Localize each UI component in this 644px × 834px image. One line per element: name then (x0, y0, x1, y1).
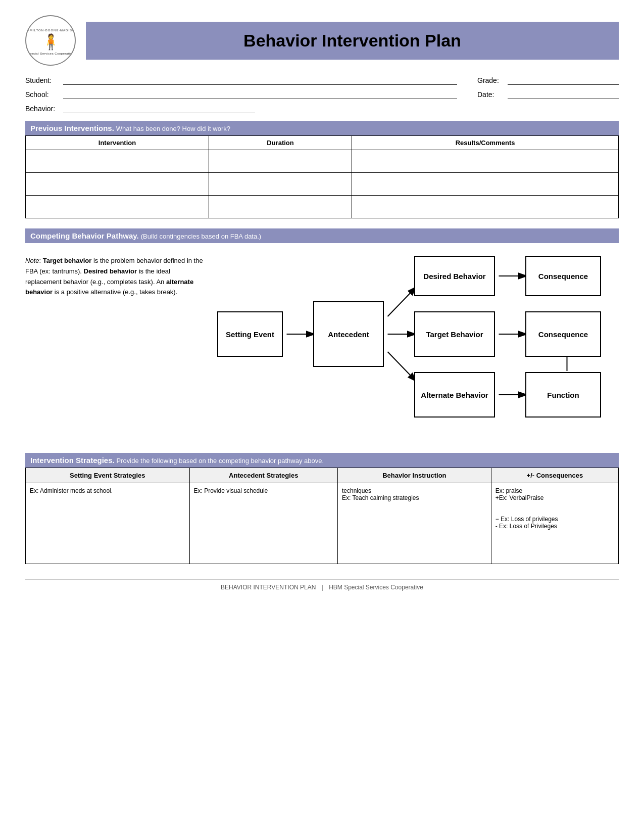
col-intervention: Intervention (26, 136, 209, 150)
competing-header: Competing Behavior Pathway. (Build conti… (25, 228, 619, 243)
school-input[interactable] (63, 90, 457, 99)
form-fields: Student: Grade: School: Date: Behavior: (25, 76, 619, 113)
cell[interactable] (26, 173, 209, 196)
box-consequence-top: Consequence (525, 256, 601, 296)
function-label: Function (547, 391, 579, 399)
competing-note: Note: Target behavior is the problem beh… (25, 251, 217, 298)
box-desired-behavior: Desired Behavior (414, 256, 495, 296)
grade-input[interactable] (508, 76, 619, 85)
behavior-label: Behavior: (25, 105, 63, 113)
table-row (26, 150, 619, 173)
consequence-mid-label: Consequence (538, 330, 588, 339)
col-consequences: +/- Consequences (491, 468, 618, 483)
alternate-behavior-label: Alternate Behavior (421, 391, 488, 399)
cell-text-line1: Ex: praise (496, 487, 522, 494)
cell[interactable] (26, 150, 209, 173)
col-antecedent-strategies: Antecedent Strategies (189, 468, 337, 483)
box-alternate-behavior: Alternate Behavior (414, 372, 495, 418)
cell-text: Ex: Provide visual schedule (194, 487, 268, 494)
footer-separator: | (322, 584, 323, 591)
consequences-cell[interactable]: Ex: praise +Ex: VerbalPraise − Ex: Loss … (491, 483, 618, 564)
student-input[interactable] (63, 76, 457, 85)
school-row: School: Date: (25, 90, 619, 99)
logo-arc-top: · HAMILTON·BOONE·MADISO· (25, 25, 76, 32)
competing-title: Competing Behavior Pathway. (30, 231, 139, 240)
target-behavior-label: Target Behavior (426, 330, 483, 339)
page-header: · HAMILTON·BOONE·MADISO· 🧍 Special Servi… (25, 15, 619, 66)
page-title: Behavior Intervention Plan (243, 31, 461, 50)
box-setting-event: Setting Event (217, 311, 283, 357)
competing-section: Competing Behavior Pathway. (Build conti… (25, 228, 619, 443)
strategies-table: Setting Event Strategies Antecedent Stra… (25, 468, 619, 564)
prev-interventions-subtitle: What has been done? How did it work? (116, 125, 230, 132)
box-function: Function (525, 372, 601, 418)
svg-line-4 (388, 352, 417, 382)
logo: · HAMILTON·BOONE·MADISO· 🧍 Special Servi… (25, 15, 76, 66)
col-setting-event-strategies: Setting Event Strategies (26, 468, 190, 483)
behavior-row: Behavior: (25, 104, 619, 113)
footer-left: BEHAVIOR INTERVENTION PLAN (221, 584, 316, 591)
table-row (26, 196, 619, 218)
prev-interventions-header: Previous Interventions. What has been do… (25, 121, 619, 135)
antecedent-strategies-cell[interactable]: Ex: Provide visual schedule (189, 483, 337, 564)
prev-interventions-title: Previous Interventions. (30, 124, 114, 132)
strategies-subtitle: Provide the following based on the compe… (117, 457, 324, 465)
logo-figure: 🧍 (25, 33, 76, 51)
strategies-header: Intervention Strategies. Provide the fol… (25, 453, 619, 468)
competing-content: Note: Target behavior is the problem beh… (25, 251, 619, 443)
box-antecedent: Antecedent (313, 301, 384, 367)
competing-subtitle: (Build contingencies based on FBA data.) (141, 233, 261, 240)
previous-interventions-section: Previous Interventions. What has been do… (25, 121, 619, 218)
cell[interactable] (352, 150, 619, 173)
cell-text-line1: techniques (342, 487, 371, 494)
setting-event-label: Setting Event (226, 330, 274, 339)
svg-line-2 (388, 286, 417, 316)
cell-text-line3: − Ex: Loss of privileges (496, 516, 558, 523)
cell-text-line2: Ex: Teach calming strategies (342, 494, 419, 501)
col-results: Results/Comments (352, 136, 619, 150)
date-input[interactable] (508, 90, 619, 99)
box-target-behavior: Target Behavior (414, 311, 495, 357)
table-row (26, 173, 619, 196)
date-label: Date: (477, 90, 505, 99)
competing-note-text: Note: Target behavior is the problem beh… (25, 257, 203, 296)
logo-arc-bottom: Special Services Cooperative (25, 52, 76, 56)
cell[interactable] (352, 196, 619, 218)
col-behavior-instruction: Behavior Instruction (337, 468, 491, 483)
cell[interactable] (209, 196, 352, 218)
behavior-input[interactable] (63, 104, 255, 113)
behavior-instruction-cell[interactable]: techniques Ex: Teach calming strategies (337, 483, 491, 564)
cell-text-line4: - Ex: Loss of Privileges (496, 523, 557, 530)
antecedent-label: Antecedent (328, 330, 369, 339)
page-footer: BEHAVIOR INTERVENTION PLAN | HBM Special… (25, 579, 619, 591)
student-label: Student: (25, 76, 63, 84)
cell[interactable] (209, 150, 352, 173)
pathway-diagram: Desired Behavior Consequence Setting Eve… (217, 251, 619, 443)
setting-event-strategies-cell[interactable]: Ex: Administer meds at school. (26, 483, 190, 564)
box-consequence-mid: Consequence (525, 311, 601, 357)
student-row: Student: Grade: (25, 76, 619, 85)
cell[interactable] (352, 173, 619, 196)
cell-text-line2: +Ex: VerbalPraise (496, 494, 544, 501)
strategies-row: Ex: Administer meds at school. Ex: Provi… (26, 483, 619, 564)
desired-behavior-label: Desired Behavior (423, 272, 485, 281)
grade-label: Grade: (477, 76, 505, 84)
school-label: School: (25, 90, 63, 99)
consequence-top-label: Consequence (538, 272, 588, 281)
interventions-table: Intervention Duration Results/Comments (25, 135, 619, 218)
title-box: Behavior Intervention Plan (86, 22, 619, 60)
cell-text: Ex: Administer meds at school. (30, 487, 113, 494)
footer-right: HBM Special Services Cooperative (329, 584, 423, 591)
strategies-section: Intervention Strategies. Provide the fol… (25, 453, 619, 564)
cell[interactable] (26, 196, 209, 218)
cell[interactable] (209, 173, 352, 196)
strategies-title: Intervention Strategies. (30, 456, 115, 465)
col-duration: Duration (209, 136, 352, 150)
